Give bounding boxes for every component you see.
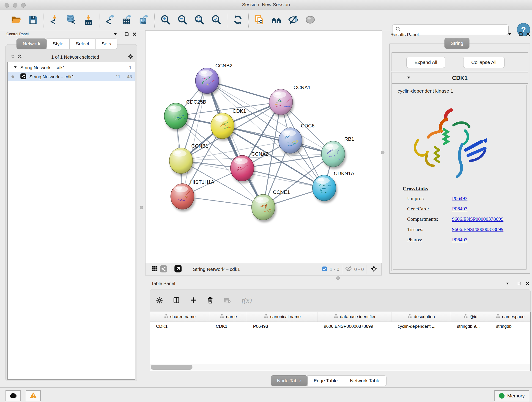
control-tab-sets[interactable]: Sets <box>95 38 117 49</box>
network-node-CDKN1A[interactable] <box>312 175 336 201</box>
network-share-view-button[interactable] <box>159 265 168 274</box>
left-splitter-handle[interactable] <box>140 206 143 209</box>
table-tab-node-table[interactable]: Node Table <box>271 375 307 386</box>
control-panel-collapse-button[interactable] <box>112 31 119 38</box>
zoom-in-button[interactable] <box>159 14 171 27</box>
gene-expander-icon[interactable] <box>406 75 411 81</box>
selected-nodes-checkbox[interactable] <box>322 266 327 273</box>
memory-button[interactable]: Memory <box>494 390 529 401</box>
square-outline-icon <box>124 32 129 36</box>
network-node-CDK1[interactable] <box>211 113 234 139</box>
warnings-button[interactable] <box>26 390 41 401</box>
toolbar-group <box>228 14 248 27</box>
first-neighbors-button[interactable] <box>270 14 282 27</box>
node-label-CCNA1: CCNA1 <box>293 85 311 90</box>
right-splitter-handle[interactable] <box>381 151 385 154</box>
network-node-CDC6[interactable] <box>279 128 302 153</box>
results-panel-float-button[interactable] <box>517 31 524 38</box>
network-options-gear-button[interactable] <box>127 54 134 61</box>
crosslink-link[interactable]: 9606.ENSP00000378699 <box>452 226 503 232</box>
delete-table-button[interactable] <box>222 295 233 306</box>
control-tab-select[interactable]: Select <box>70 38 95 49</box>
show-columns-button[interactable] <box>171 295 182 306</box>
column-header-canonical-name[interactable]: canonical name <box>247 312 318 322</box>
results-tab-string[interactable]: String <box>444 38 469 49</box>
table-row[interactable]: CDK1CDK1P064939606.ENSP00000378699cyclin… <box>150 322 530 331</box>
hidden-eye-icon[interactable] <box>345 265 352 273</box>
collapse-all-networks-button[interactable] <box>9 54 16 61</box>
cloud-status-button[interactable] <box>6 390 21 401</box>
table-panel-close-button[interactable] <box>524 281 531 287</box>
grid-view-button[interactable] <box>151 265 159 274</box>
hide-selected-button[interactable] <box>287 14 299 27</box>
column-header-namespace[interactable]: namespace <box>490 312 530 322</box>
results-panel-close-button[interactable] <box>525 31 532 38</box>
network-node-CCNB2[interactable] <box>196 68 219 94</box>
refresh-view-button[interactable] <box>232 14 244 27</box>
new-network-from-selection-button[interactable] <box>253 14 265 27</box>
function-builder-button[interactable]: f(x) <box>239 295 255 306</box>
save-session-button[interactable] <box>27 14 39 27</box>
add-column-button[interactable] <box>188 295 199 306</box>
detach-view-button[interactable] <box>174 265 182 274</box>
column-header-name[interactable]: name <box>210 312 247 322</box>
collapse-all-button[interactable]: Collapse All <box>463 57 505 68</box>
network-edge-HIST1H1A-CCNE1[interactable] <box>182 196 263 207</box>
crosslink-link[interactable]: P06493 <box>452 196 467 201</box>
network-node-RB1[interactable] <box>322 141 345 167</box>
column-header-description[interactable]: description <box>392 312 451 322</box>
search-input[interactable] <box>403 27 506 32</box>
crosslink-link[interactable]: P06493 <box>452 206 467 212</box>
control-tab-network[interactable]: Network <box>17 38 46 49</box>
birdseye-button[interactable] <box>370 265 378 274</box>
column-header-id[interactable]: @id <box>451 312 490 322</box>
bold-x-icon <box>132 32 137 36</box>
import-network-file-button[interactable] <box>49 14 60 27</box>
column-label: name <box>226 314 237 319</box>
table-settings-gear-button[interactable] <box>154 295 165 306</box>
column-label: description <box>414 314 435 319</box>
network-node-CCNA2[interactable] <box>230 155 254 181</box>
delete-column-button[interactable] <box>205 295 215 306</box>
network-collection-row[interactable]: String Network – cdk1 1 <box>8 63 135 72</box>
export-image-button[interactable] <box>138 14 150 27</box>
export-network-button[interactable] <box>104 14 116 27</box>
table-cell: stringdb <box>490 322 530 331</box>
collection-expander-icon[interactable] <box>13 65 17 70</box>
table-tab-edge-table[interactable]: Edge Table <box>307 375 344 386</box>
control-panel-float-button[interactable] <box>123 31 130 38</box>
column-header-shared-name[interactable]: shared name <box>150 312 210 322</box>
zoom-selected-button[interactable] <box>210 14 222 27</box>
network-canvas[interactable]: CCNB2 CCNA1 CDC25B CDK1 CDC6 RB1 CCNB1 <box>145 31 382 263</box>
expand-all-button[interactable]: Expand All <box>406 57 445 68</box>
table-panel-collapse-button[interactable] <box>504 281 511 287</box>
network-node-CDC25B[interactable] <box>164 103 188 129</box>
results-panel-collapse-button[interactable] <box>506 31 513 38</box>
column-header-database-identifier[interactable]: database identifier <box>318 312 392 322</box>
network-node-CCNE1[interactable] <box>252 194 275 220</box>
triangle-down-icon <box>406 75 411 80</box>
import-network-database-button[interactable] <box>65 14 77 27</box>
table-panel-float-button[interactable] <box>516 281 523 287</box>
network-node-CCNA1[interactable] <box>269 89 293 115</box>
crosslink-link[interactable]: P06493 <box>452 237 467 243</box>
export-table-button[interactable] <box>121 14 133 27</box>
control-tab-style[interactable]: Style <box>46 38 70 49</box>
bottom-splitter-handle[interactable] <box>336 276 340 280</box>
control-panel-close-button[interactable] <box>131 31 138 38</box>
table-tab-network-table[interactable]: Network Table <box>344 375 387 386</box>
chevrons-up-icon <box>17 54 22 59</box>
network-node-CCNB1[interactable] <box>169 148 193 173</box>
crosslink-link[interactable]: 9606.ENSP00000378699 <box>452 216 503 222</box>
zoom-fit-button[interactable] <box>193 14 205 27</box>
network-node-HIST1H1A[interactable] <box>171 184 194 209</box>
expand-all-networks-button[interactable] <box>16 54 23 61</box>
import-table-file-button[interactable] <box>82 14 94 27</box>
network-row[interactable]: String Network – cdk1 11 48 <box>8 72 135 81</box>
open-session-button[interactable] <box>10 14 22 27</box>
show-all-button[interactable] <box>304 14 316 27</box>
hscrollbar-thumb[interactable] <box>151 365 192 370</box>
gene-header-row[interactable]: CDK1 <box>392 72 528 84</box>
zoom-out-button[interactable] <box>177 14 188 27</box>
network-edge-CCNB2-CCNE1[interactable] <box>207 81 263 207</box>
